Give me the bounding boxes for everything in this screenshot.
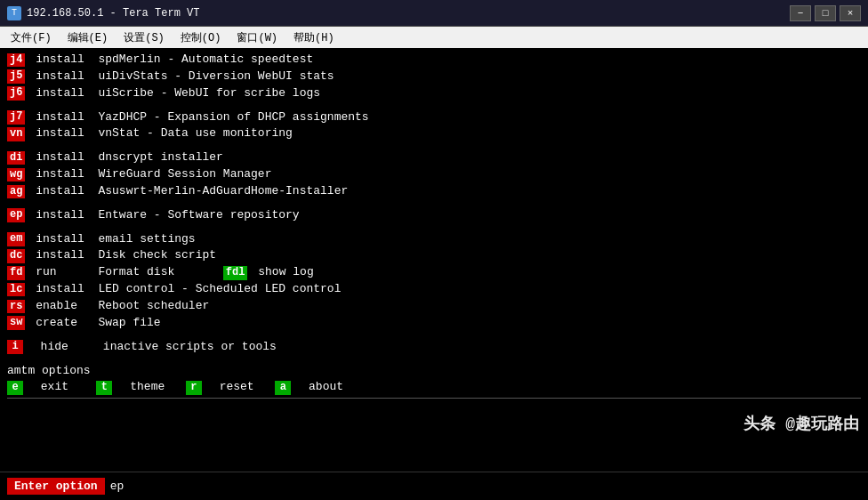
badge-wg: wg (7, 168, 25, 182)
menu-help[interactable]: 帮助(H) (286, 28, 342, 47)
badge-a: a (275, 381, 291, 395)
list-item: vn install vnStat - Data use monitoring (7, 125, 861, 142)
badge-ep: ep (7, 208, 25, 222)
input-area: Enter option (0, 472, 868, 500)
list-item: dc install Disk check script (7, 247, 861, 264)
list-item: lc install LED control - Scheduled LED c… (7, 281, 861, 298)
menu-settings[interactable]: 设置(S) (117, 28, 172, 47)
watermark: 头条 @趣玩路由 (743, 413, 859, 436)
menu-window[interactable]: 窗口(W) (229, 28, 285, 47)
badge-j6: j6 (7, 86, 25, 101)
menu-bar: 文件(F) 编辑(E) 设置(S) 控制(O) 窗口(W) 帮助(H) (0, 27, 868, 48)
terminal: j4 install spdMerlin - Automatic speedte… (0, 48, 868, 472)
footer-options: e exit t theme r reset a about (7, 379, 861, 396)
window-title: 192.168.50.1 - Tera Term VT (27, 7, 199, 20)
list-item: sw create Swap file (7, 315, 861, 332)
title-bar-left: T 192.168.50.1 - Tera Term VT (7, 6, 199, 20)
list-item: j6 install uiScribe - WebUI for scribe l… (7, 85, 861, 102)
list-item-hide: i hide inactive scripts or tools (7, 339, 861, 356)
badge-rs: rs (7, 300, 25, 314)
list-item: rs enable Reboot scheduler (7, 298, 861, 315)
badge-vn: vn (7, 127, 25, 141)
list-item: di install dnscrypt installer (7, 149, 861, 166)
menu-control[interactable]: 控制(O) (173, 28, 229, 47)
menu-edit[interactable]: 编辑(E) (60, 28, 116, 47)
badge-t: t (96, 381, 112, 395)
window-controls: − □ × (790, 5, 861, 21)
prompt-label: Enter option (7, 478, 105, 495)
badge-i: i (7, 340, 23, 354)
list-item: j4 install spdMerlin - Automatic speedte… (7, 52, 861, 69)
badge-fdl: fdl (223, 266, 248, 280)
list-item: fd run Format disk fdl show log (7, 264, 861, 281)
list-item: em install email settings (7, 231, 861, 248)
app-icon: T (7, 6, 21, 20)
title-bar: T 192.168.50.1 - Tera Term VT − □ × (0, 0, 868, 27)
list-item: wg install WireGuard Session Manager (7, 166, 861, 183)
badge-e: e (7, 381, 23, 395)
badge-j4: j4 (7, 53, 25, 68)
badge-sw: sw (7, 316, 25, 330)
list-item: ag install Asuswrt-Merlin-AdGuardHome-In… (7, 183, 861, 200)
badge-em: em (7, 232, 25, 246)
badge-lc: lc (7, 283, 25, 297)
list-item: j5 install uiDivStats - Diversion WebUI … (7, 69, 861, 85)
badge-ag: ag (7, 185, 25, 199)
close-button[interactable]: × (840, 5, 861, 21)
badge-j5: j5 (7, 69, 25, 84)
badge-fd: fd (7, 266, 25, 280)
minimize-button[interactable]: − (790, 5, 811, 21)
badge-j7: j7 (7, 110, 25, 125)
amtm-options-label: amtm options (7, 363, 861, 380)
list-item: j7 install YazDHCP - Expansion of DHCP a… (7, 109, 861, 126)
badge-dc: dc (7, 249, 25, 263)
badge-r: r (186, 381, 202, 395)
list-item: ep install Entware - Software repository (7, 207, 861, 224)
maximize-button[interactable]: □ (815, 5, 836, 21)
prompt-input[interactable] (110, 480, 253, 493)
menu-file[interactable]: 文件(F) (4, 28, 59, 47)
badge-di: di (7, 151, 25, 165)
